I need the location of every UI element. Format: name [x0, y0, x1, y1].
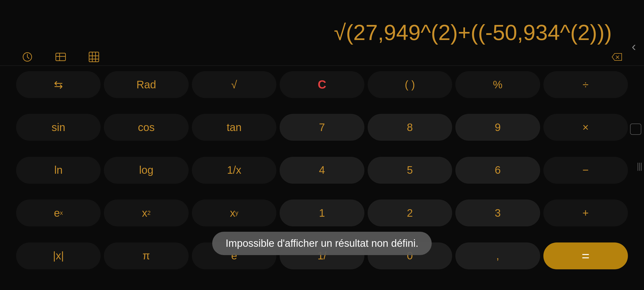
cos-button[interactable]: cos [104, 114, 188, 141]
keys-area: ⇆ Rad √ C ( ) % ÷ sin cos tan 7 8 9 × ln [0, 68, 644, 290]
add-button[interactable]: + [543, 200, 628, 226]
sqrt-button[interactable]: √ [192, 71, 276, 98]
key-row-1: ⇆ Rad √ C ( ) % ÷ [16, 71, 628, 111]
tan-button[interactable]: tan [192, 114, 276, 141]
euler-button[interactable]: e [192, 242, 276, 269]
svg-rect-1 [56, 53, 65, 61]
toolbar-left [21, 51, 611, 63]
key-row-2: sin cos tan 7 8 9 × [16, 114, 628, 153]
five-button[interactable]: 5 [368, 157, 452, 184]
key-row-3: ln log 1/x 4 5 6 − [16, 157, 628, 196]
nine-button[interactable]: 9 [455, 114, 540, 141]
oneover-button[interactable]: 1/ [280, 242, 364, 269]
one-button[interactable]: 1 [280, 200, 364, 226]
seven-button[interactable]: 7 [280, 114, 364, 141]
toolbar [0, 48, 644, 66]
toolbar-right [611, 51, 623, 63]
subtract-button[interactable]: − [543, 157, 628, 184]
percent-button[interactable]: % [455, 71, 540, 98]
log-button[interactable]: log [104, 157, 188, 184]
equals-button[interactable]: = [543, 242, 628, 269]
backspace-button[interactable] [611, 51, 623, 63]
exp-button[interactable]: ex [16, 200, 101, 226]
square-button[interactable]: x2 [104, 200, 188, 226]
zero-button[interactable]: 0 [368, 242, 452, 269]
rad-button[interactable]: Rad [104, 71, 188, 98]
function-button[interactable] [88, 51, 100, 63]
display-area: √(27,949^(2)+((-50,934^(2))) [0, 0, 644, 48]
ln-button[interactable]: ln [16, 157, 101, 184]
back-button[interactable]: ‹ [632, 39, 636, 54]
multiply-button[interactable]: × [543, 114, 628, 141]
history-button[interactable] [21, 51, 33, 63]
three-button[interactable]: 3 [455, 200, 540, 226]
clear-button[interactable]: C [280, 71, 364, 98]
parentheses-button[interactable]: ( ) [368, 71, 452, 98]
reciprocal-button[interactable]: 1/x [192, 157, 276, 184]
svg-rect-4 [89, 52, 99, 62]
divide-button[interactable]: ÷ [543, 71, 628, 98]
key-row-4: ex x2 xy 1 2 3 + [16, 200, 628, 239]
key-row-5: |x| π e 1/ 0 , = [16, 242, 628, 282]
power-button[interactable]: xy [192, 200, 276, 226]
two-button[interactable]: 2 [368, 200, 452, 226]
four-button[interactable]: 4 [280, 157, 364, 184]
keys-rows: ⇆ Rad √ C ( ) % ÷ sin cos tan 7 8 9 × ln [0, 68, 644, 285]
abs-button[interactable]: |x| [16, 242, 101, 269]
six-button[interactable]: 6 [455, 157, 540, 184]
decimal-button[interactable]: , [455, 242, 540, 269]
expression-display: √(27,949^(2)+((-50,934^(2))) [334, 19, 612, 46]
eight-button[interactable]: 8 [368, 114, 452, 141]
pi-button[interactable]: π [104, 242, 188, 269]
home-button[interactable] [630, 124, 641, 135]
calculator: √(27,949^(2)+((-50,934^(2))) ‹ [0, 0, 644, 290]
recents-button[interactable]: ||| [637, 161, 642, 171]
swap-button[interactable]: ⇆ [16, 71, 101, 98]
unit-converter-button[interactable] [55, 51, 67, 63]
sin-button[interactable]: sin [16, 114, 101, 141]
